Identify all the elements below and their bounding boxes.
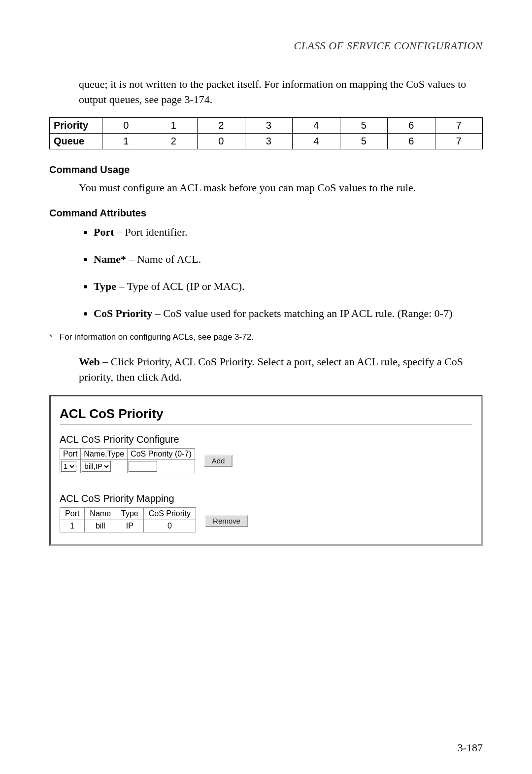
mapping-heading: ACL CoS Priority Mapping [60,493,472,504]
cell: 2 [150,133,198,149]
port-cell: 1 [60,459,81,473]
map-name: bill [85,520,116,532]
cell: 3 [245,133,293,149]
table-row: Queue 1 2 0 3 4 5 6 7 [50,133,483,149]
cos-cell [128,459,195,473]
map-col-name: Name [85,507,116,520]
add-button[interactable]: Add [204,455,233,467]
cell: 7 [435,133,483,149]
screenshot-title: ACL CoS Priority [60,406,472,422]
intro-paragraph: queue; it is not written to the packet i… [79,77,483,107]
cell: 7 [435,117,483,133]
map-col-cos: CoS Priority [143,507,196,520]
command-usage-heading: Command Usage [49,164,483,176]
list-item: CoS Priority – CoS value used for packet… [94,305,483,321]
map-cos: 0 [143,520,196,532]
name-type-select[interactable]: bill,IP [82,461,111,472]
row-label: Queue [50,133,102,149]
col-port: Port [60,448,81,459]
cell: 5 [340,117,388,133]
name-type-cell: bill,IP [81,459,128,473]
web-text: – Click Priority, ACL CoS Priority. Sele… [79,355,463,383]
map-col-type: Type [116,507,144,520]
cell: 4 [293,133,340,149]
cell: 1 [102,133,150,149]
col-cos-priority: CoS Priority (0-7) [128,448,195,459]
list-item: Type – Type of ACL (IP or MAC). [94,278,483,294]
port-select[interactable]: 1 [61,461,76,472]
term: CoS Priority [94,307,152,319]
web-instructions: Web – Click Priority, ACL CoS Priority. … [79,354,483,385]
command-attributes-heading: Command Attributes [49,208,483,219]
list-item: Port – Port identifier. [94,224,483,240]
footnote-text: For information on configuring ACLs, see… [60,332,254,342]
row-label: Priority [50,117,102,133]
command-usage-text: You must configure an ACL mask before yo… [79,180,483,196]
table-row: 1 bill IP 0 [60,520,196,532]
desc: – CoS value used for packets matching an… [152,307,452,319]
screenshot-panel: ACL CoS Priority ACL CoS Priority Config… [49,395,483,546]
col-name-type: Name,Type [81,448,128,459]
cell: 4 [293,117,340,133]
configure-table: Port Name,Type CoS Priority (0-7) 1 bill… [60,448,195,473]
map-col-port: Port [60,507,85,520]
web-lead: Web [79,355,100,368]
footnote: * For information on configuring ACLs, s… [49,332,483,342]
footnote-marker: * [49,332,53,342]
term: Name* [94,253,126,265]
page-number: 3-187 [458,741,483,754]
cell: 2 [198,117,245,133]
cell: 3 [245,117,293,133]
cell: 6 [388,133,435,149]
term: Type [94,280,116,292]
mapping-table: Port Name Type CoS Priority 1 bill IP 0 [60,507,196,532]
cell: 5 [340,133,388,149]
map-port: 1 [60,520,85,532]
cos-priority-input[interactable] [129,461,157,472]
attribute-list: Port – Port identifier. Name* – Name of … [94,224,483,321]
cell: 1 [150,117,198,133]
divider [60,424,472,425]
cell: 0 [102,117,150,133]
term: Port [94,226,114,238]
table-row: Priority 0 1 2 3 4 5 6 7 [50,117,483,133]
desc: – Name of ACL. [126,253,201,265]
cell: 6 [388,117,435,133]
remove-button[interactable]: Remove [205,515,248,527]
desc: – Port identifier. [114,226,188,238]
desc: – Type of ACL (IP or MAC). [116,280,244,292]
cell: 0 [198,133,245,149]
mapping-row-container: Port Name Type CoS Priority 1 bill IP 0 … [60,507,472,534]
map-type: IP [116,520,144,532]
configure-row: Port Name,Type CoS Priority (0-7) 1 bill… [60,448,472,473]
running-head: CLASS OF SERVICE CONFIGURATION [49,39,483,52]
running-head-text: CLASS OF SERVICE CONFIGURATION [294,39,483,52]
priority-queue-table: Priority 0 1 2 3 4 5 6 7 Queue 1 2 0 3 4… [49,117,483,149]
list-item: Name* – Name of ACL. [94,251,483,267]
configure-heading: ACL CoS Priority Configure [60,434,472,445]
